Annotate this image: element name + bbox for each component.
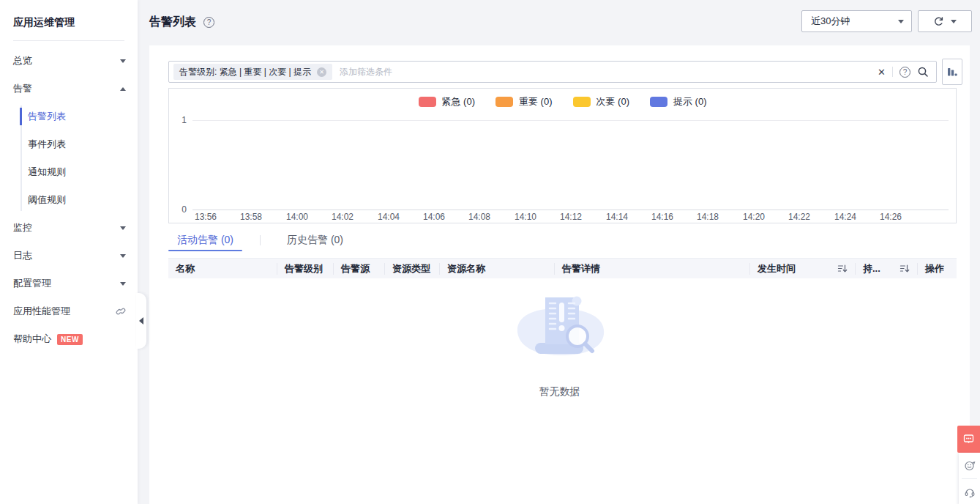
sort-icon[interactable]: [837, 264, 848, 273]
divider: [892, 67, 893, 77]
feedback-button[interactable]: [957, 426, 980, 453]
main-card: 告警级别: 紧急 | 重要 | 次要 | 提示 ✕ ✕ ?: [149, 45, 970, 504]
filter-help-icon[interactable]: ?: [899, 67, 910, 78]
search-icon[interactable]: [917, 66, 929, 78]
satisfaction-survey-button[interactable]: [959, 453, 980, 478]
tab-active-alarms[interactable]: 活动告警 (0): [168, 230, 242, 251]
legend-item-critical[interactable]: 紧急 (0): [419, 95, 476, 108]
col-duration: 持...: [856, 263, 918, 275]
col-operation: 操作: [918, 263, 957, 275]
x-axis-tick: 14:20: [743, 212, 765, 222]
page-header: 告警列表 ?: [149, 15, 214, 30]
help-icon[interactable]: ?: [203, 17, 214, 28]
legend-label: 提示 (0): [673, 95, 707, 108]
legend-label: 紧急 (0): [442, 95, 476, 108]
x-axis-tick: 13:56: [195, 212, 217, 222]
sort-icon[interactable]: [899, 264, 910, 273]
empty-text: 暂无数据: [539, 385, 580, 399]
header-controls: 近30分钟: [801, 10, 912, 32]
sidebar-item-alarm[interactable]: 告警: [0, 75, 138, 103]
chevron-up-icon: [120, 87, 126, 91]
dock-panel: [959, 453, 980, 504]
filter-actions: ✕ ?: [878, 66, 936, 78]
filter-input[interactable]: [332, 67, 878, 77]
smiley-icon: [964, 460, 976, 472]
chevron-down-icon: [120, 282, 126, 286]
sidebar-item-label: 应用性能管理: [13, 305, 70, 318]
x-axis-tick: 14:08: [468, 212, 490, 222]
sidebar-item-apm[interactable]: 应用性能管理: [0, 297, 138, 325]
tab-label: 活动告警 (0): [177, 234, 233, 247]
legend-swatch-major: [495, 97, 513, 107]
floating-dock: [957, 426, 980, 504]
sidebar-item-help-center[interactable]: 帮助中心 NEW: [0, 325, 138, 353]
x-axis-tick: 14:18: [697, 212, 719, 222]
col-resource-name: 资源名称: [440, 263, 555, 275]
empty-state: 暂无数据: [149, 292, 970, 399]
sidebar-item-label-wrap: 帮助中心 NEW: [13, 333, 83, 346]
refresh-icon: [933, 16, 944, 27]
refresh-button[interactable]: [918, 10, 972, 32]
sidebar-item-threshold-rules[interactable]: 阈值规则: [0, 186, 138, 214]
sidebar-alarm-submenu: 告警列表 事件列表 通知规则 阈值规则: [0, 103, 138, 214]
time-range-value: 近30分钟: [811, 15, 850, 28]
sidebar-item-label: 配置管理: [13, 277, 51, 290]
clear-filter-icon[interactable]: ✕: [878, 67, 886, 77]
x-axis-tick: 14:14: [606, 212, 628, 222]
sidebar-subitem-label: 告警列表: [28, 110, 66, 123]
legend-label: 重要 (0): [519, 95, 553, 108]
external-link-icon: [116, 306, 126, 316]
no-data-illustration: [501, 292, 618, 365]
x-axis-tick: 14:26: [880, 212, 902, 222]
tab-history-alarms[interactable]: 历史告警 (0): [278, 230, 352, 251]
bar-chart-icon: [946, 66, 958, 78]
chart-toggle-button[interactable]: [942, 59, 962, 85]
sidebar-item-label: 监控: [13, 221, 32, 234]
col-severity: 告警级别: [277, 263, 334, 275]
sidebar-item-event-list[interactable]: 事件列表: [0, 130, 138, 158]
sidebar-subitem-label: 事件列表: [28, 138, 66, 151]
col-name: 名称: [168, 263, 277, 275]
time-range-select[interactable]: 近30分钟: [801, 10, 912, 32]
sidebar-item-label: 日志: [13, 249, 32, 262]
sidebar-item-label: 总览: [13, 54, 32, 67]
x-axis-line: [192, 210, 949, 210]
feedback-chat-icon: [962, 433, 975, 445]
sidebar-collapse-handle[interactable]: [136, 293, 146, 349]
sidebar-subitem-label: 阈值规则: [28, 193, 66, 207]
col-details: 告警详情: [555, 263, 750, 275]
tab-label: 历史告警 (0): [287, 234, 343, 247]
headset-icon: [964, 486, 976, 498]
chevron-down-icon: [120, 226, 126, 230]
support-button[interactable]: [959, 479, 980, 504]
sidebar: 应用运维管理 总览 告警 告警列表 事件列表 通知规则 阈值规则 监控: [0, 0, 138, 504]
chart-legend: 紧急 (0) 重要 (0) 次要 (0) 提示 (0): [169, 95, 956, 108]
x-axis-tick: 13:58: [240, 212, 262, 222]
legend-item-major[interactable]: 重要 (0): [495, 95, 553, 108]
x-axis-tick: 14:22: [788, 212, 810, 222]
sidebar-nav: 总览 告警 告警列表 事件列表 通知规则 阈值规则 监控: [0, 41, 138, 353]
sidebar-item-notification-rules[interactable]: 通知规则: [0, 158, 138, 186]
gridline: [192, 120, 949, 121]
legend-label: 次要 (0): [596, 95, 630, 108]
sidebar-item-monitoring[interactable]: 监控: [0, 214, 138, 242]
alarm-tabs: 活动告警 (0) 历史告警 (0): [168, 230, 957, 251]
remove-filter-icon[interactable]: ✕: [317, 67, 326, 77]
sidebar-item-logs[interactable]: 日志: [0, 242, 138, 270]
filter-tag-label: 告警级别: 紧急 | 重要 | 次要 | 提示: [179, 66, 311, 78]
legend-item-minor[interactable]: 次要 (0): [573, 95, 630, 108]
sidebar-item-alarm-list[interactable]: 告警列表: [0, 103, 138, 130]
legend-item-info[interactable]: 提示 (0): [650, 95, 707, 108]
filter-bar[interactable]: 告警级别: 紧急 | 重要 | 次要 | 提示 ✕ ✕ ?: [168, 61, 937, 83]
sidebar-item-overview[interactable]: 总览: [0, 47, 138, 75]
legend-swatch-info: [650, 97, 667, 107]
chevron-down-icon: [120, 254, 126, 258]
filter-tag-severity: 告警级别: 紧急 | 重要 | 次要 | 提示 ✕: [173, 64, 332, 80]
x-axis-tick: 14:10: [515, 212, 536, 222]
page-title: 告警列表: [149, 15, 196, 30]
x-axis-tick: 14:00: [286, 212, 308, 222]
sidebar-item-configuration[interactable]: 配置管理: [0, 270, 138, 297]
x-axis: 13:56 13:58 14:00 14:02 14:04 14:06 14:0…: [169, 212, 956, 223]
legend-swatch-minor: [573, 97, 591, 107]
sidebar-item-label: 帮助中心: [13, 333, 51, 346]
